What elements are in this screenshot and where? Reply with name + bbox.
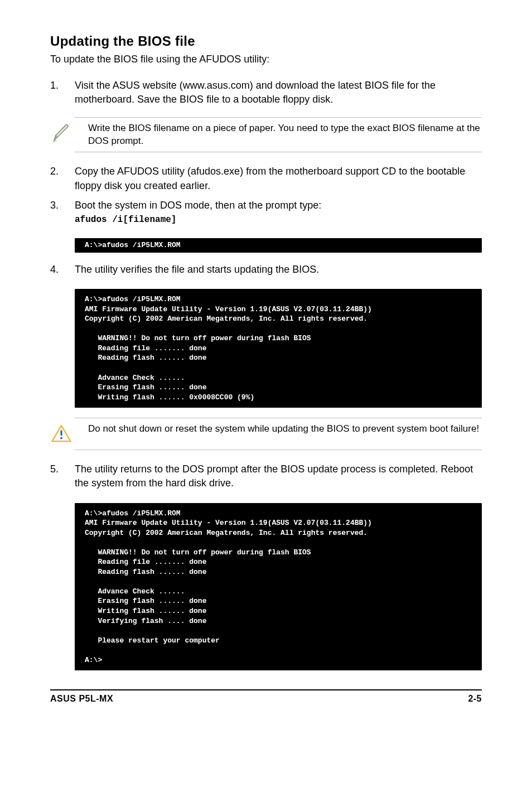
steps-list-cont3: 5. The utility returns to the DOS prompt… xyxy=(50,462,482,490)
step-number: 5. xyxy=(50,462,75,490)
section-title: Updating the BIOS file xyxy=(50,33,482,49)
step-text: Boot the system in DOS mode, then at the… xyxy=(75,199,482,226)
step-number: 1. xyxy=(50,79,75,107)
step-4: 4. The utility verifies the file and sta… xyxy=(50,263,482,277)
step-text: The utility returns to the DOS prompt af… xyxy=(75,462,482,490)
intro-text: To update the BIOS file using the AFUDOS… xyxy=(50,52,482,66)
step-text: The utility verifies the file and starts… xyxy=(75,263,482,277)
step-3-text: Boot the system in DOS mode, then at the… xyxy=(75,200,321,211)
step-text: Visit the ASUS website (www.asus.com) an… xyxy=(75,79,482,107)
step-3: 3. Boot the system in DOS mode, then at … xyxy=(50,199,482,226)
step-2: 2. Copy the AFUDOS utility (afudos.exe) … xyxy=(50,165,482,192)
svg-point-1 xyxy=(60,437,62,439)
warning-icon xyxy=(50,423,77,445)
terminal-block-3: A:\>afudos /iP5LMX.ROM AMI Firmware Upda… xyxy=(75,503,482,671)
step-1: 1. Visit the ASUS website (www.asus.com)… xyxy=(50,79,482,107)
page-container: Updating the BIOS file To update the BIO… xyxy=(0,0,532,721)
step-3-code: afudos /i[filename] xyxy=(75,214,482,226)
page-footer: ASUS P5L-MX 2-5 xyxy=(50,689,482,704)
step-number: 4. xyxy=(50,263,75,277)
steps-list-cont: 2. Copy the AFUDOS utility (afudos.exe) … xyxy=(50,165,482,226)
step-text: Copy the AFUDOS utility (afudos.exe) fro… xyxy=(75,165,482,192)
steps-list-cont2: 4. The utility verifies the file and sta… xyxy=(50,263,482,277)
terminal-block-2: A:\>afudos /iP5LMX.ROM AMI Firmware Upda… xyxy=(75,289,482,408)
warning-callout: Do not shut down or reset the system whi… xyxy=(75,418,482,450)
warning-text: Do not shut down or reset the system whi… xyxy=(88,423,482,436)
terminal-block-1: A:\>afudos /iP5LMX.ROM xyxy=(75,238,482,253)
svg-rect-0 xyxy=(60,430,62,436)
step-5: 5. The utility returns to the DOS prompt… xyxy=(50,462,482,490)
note-callout: Write the BIOS filename on a piece of pa… xyxy=(75,117,482,153)
step-number: 3. xyxy=(50,199,75,226)
footer-right: 2-5 xyxy=(468,694,482,704)
pencil-icon xyxy=(50,122,77,144)
footer-left: ASUS P5L-MX xyxy=(50,694,113,704)
step-number: 2. xyxy=(50,165,75,192)
note-text: Write the BIOS filename on a piece of pa… xyxy=(88,122,482,148)
steps-list: 1. Visit the ASUS website (www.asus.com)… xyxy=(50,79,482,107)
